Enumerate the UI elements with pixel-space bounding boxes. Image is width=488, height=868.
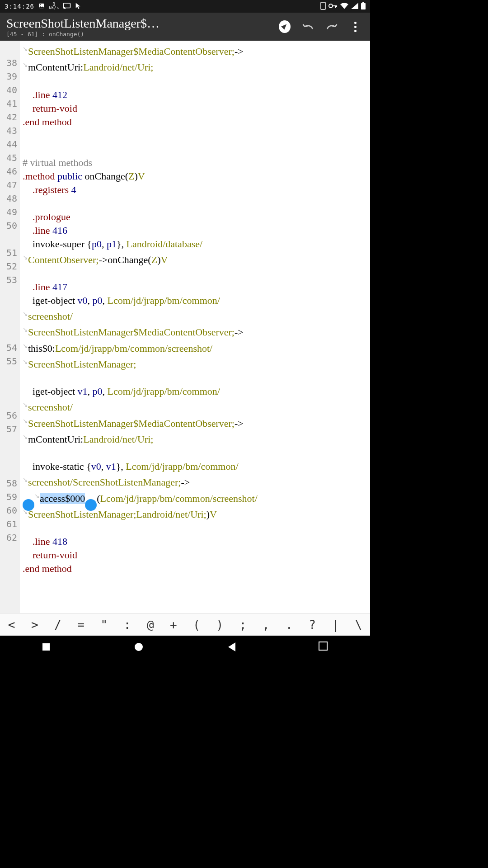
symbol-key[interactable]: | — [328, 616, 343, 633]
file-subtitle: [45 - 61] : onChange() — [6, 31, 279, 38]
line-number — [0, 327, 17, 341]
code-content[interactable]: ↘ScreenShotListenManager$MediaContentObs… — [20, 41, 370, 613]
symbol-toolbar: <>/=":@+();,.?|\ — [0, 613, 370, 636]
file-title: ScreenShotListenManager$… — [6, 16, 279, 31]
symbol-key[interactable]: . — [282, 616, 296, 633]
line-number — [0, 300, 17, 314]
line-number: 45 — [0, 151, 17, 165]
nav-copy-icon[interactable] — [320, 643, 328, 651]
selection-start-handle[interactable] — [23, 499, 34, 511]
line-number: 55 — [0, 354, 17, 368]
line-number: 43 — [0, 124, 17, 137]
line-number: 60 — [0, 504, 17, 517]
nav-home-icon[interactable] — [135, 643, 143, 651]
battery-icon — [361, 2, 366, 11]
cast-icon — [63, 2, 71, 11]
symbol-key[interactable]: / — [51, 616, 65, 633]
line-number: 50 — [0, 219, 17, 232]
line-number: 49 — [0, 205, 17, 219]
line-number: 58 — [0, 476, 17, 490]
portrait-icon — [320, 2, 326, 11]
status-left: 3:14:26 0 kB/s — [5, 2, 82, 11]
line-number — [0, 395, 17, 409]
screenshot-icon — [38, 2, 45, 11]
compass-icon[interactable] — [279, 21, 291, 33]
symbol-key[interactable]: , — [259, 616, 273, 633]
svg-rect-9 — [362, 2, 364, 3]
signal-icon — [351, 3, 358, 10]
selection-end-handle[interactable] — [85, 499, 97, 511]
line-number — [0, 449, 17, 463]
symbol-key[interactable]: @ — [143, 616, 158, 633]
status-time: 3:14:26 — [5, 3, 34, 10]
network-speed: 0 kB/s — [49, 3, 59, 10]
line-number: 61 — [0, 517, 17, 531]
line-number — [0, 436, 17, 449]
line-number: 54 — [0, 341, 17, 354]
line-number — [0, 42, 17, 56]
line-number: 62 — [0, 531, 17, 544]
app-actions — [279, 21, 364, 33]
svg-rect-3 — [321, 2, 325, 9]
nav-back-icon[interactable] — [228, 642, 235, 651]
navigation-bar — [0, 636, 370, 658]
svg-rect-6 — [335, 5, 336, 8]
undo-icon[interactable] — [302, 21, 314, 33]
line-number — [0, 463, 17, 476]
symbol-key[interactable]: \ — [352, 616, 366, 633]
line-number — [0, 232, 17, 246]
symbol-key[interactable]: < — [5, 616, 19, 633]
wifi-icon — [340, 3, 348, 10]
symbol-key[interactable]: : — [120, 616, 135, 633]
symbol-key[interactable]: = — [74, 616, 88, 633]
symbol-key[interactable]: ; — [236, 616, 250, 633]
selected-text: access$000 — [40, 493, 85, 504]
line-number: 46 — [0, 165, 17, 178]
line-number: 53 — [0, 273, 17, 287]
nav-recent-icon[interactable] — [42, 643, 50, 651]
line-number: 52 — [0, 259, 17, 273]
line-number: 48 — [0, 192, 17, 205]
line-number: 44 — [0, 137, 17, 151]
line-number: 38 — [0, 56, 17, 70]
svg-rect-7 — [336, 5, 337, 7]
app-title-block[interactable]: ScreenShotListenManager$… [45 - 61] : on… — [6, 16, 279, 38]
line-number: 42 — [0, 110, 17, 124]
line-number — [0, 368, 17, 382]
svg-rect-8 — [361, 3, 366, 9]
redo-icon[interactable] — [326, 21, 338, 33]
symbol-key[interactable]: ) — [212, 616, 227, 633]
status-right — [320, 2, 366, 11]
symbol-key[interactable]: ( — [189, 616, 204, 633]
line-number: 56 — [0, 409, 17, 422]
line-number — [0, 382, 17, 395]
line-number: 39 — [0, 70, 17, 83]
line-number: 41 — [0, 97, 17, 110]
line-gutter: 3839404142434445464748495051525354555657… — [0, 41, 20, 613]
svg-point-4 — [329, 4, 333, 8]
line-number — [0, 314, 17, 327]
line-number: 57 — [0, 422, 17, 436]
more-icon[interactable] — [349, 21, 361, 33]
vpn-key-icon — [328, 3, 338, 10]
status-bar: 3:14:26 0 kB/s — [0, 0, 370, 13]
symbol-key[interactable]: + — [166, 616, 181, 633]
line-number — [0, 287, 17, 300]
line-number: 59 — [0, 490, 17, 504]
line-number: 47 — [0, 178, 17, 192]
cursor-icon — [75, 2, 82, 11]
line-number: 40 — [0, 83, 17, 97]
app-bar: ScreenShotListenManager$… [45 - 61] : on… — [0, 13, 370, 41]
line-number: 51 — [0, 246, 17, 259]
symbol-key[interactable]: > — [28, 616, 42, 633]
symbol-key[interactable]: " — [97, 616, 112, 633]
code-editor[interactable]: 3839404142434445464748495051525354555657… — [0, 41, 370, 613]
svg-point-1 — [40, 4, 41, 5]
symbol-key[interactable]: ? — [305, 616, 319, 633]
